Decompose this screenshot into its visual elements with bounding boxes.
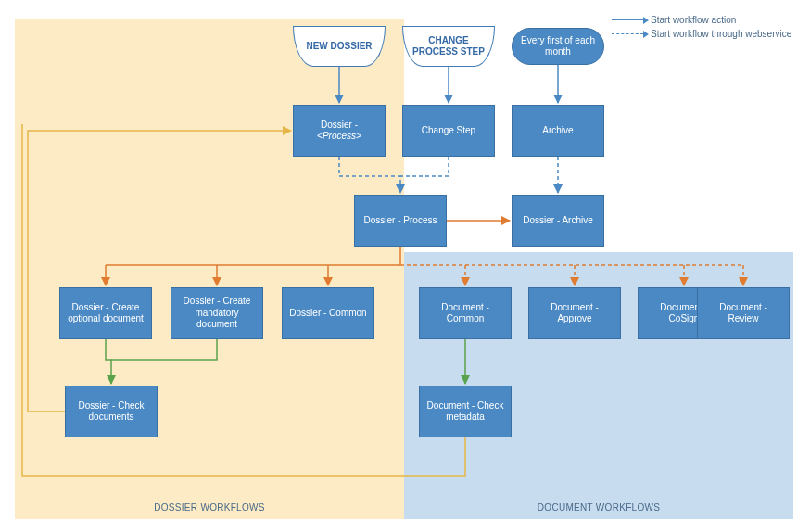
diagram-canvas: DOSSIER WORKFLOWS DOCUMENT WORKFLOWS Sta… — [0, 0, 810, 532]
node-dossier-archive-label: Dossier - Archive — [523, 215, 593, 227]
trigger-change-process-step: CHANGE PROCESS STEP — [402, 26, 495, 67]
node-check-documents-label: Dossier - Check documents — [71, 400, 151, 424]
region-dossier-workflows: DOSSIER WORKFLOWS — [15, 19, 404, 519]
edge-changestep-to-process — [400, 157, 449, 176]
node-create-mandatory-label: Dossier - Create mandatory document — [177, 296, 257, 331]
node-create-optional: Dossier - Create optional document — [59, 287, 152, 339]
node-document-common: Document - Common — [419, 287, 512, 339]
node-check-metadata: Document - Check metadata — [419, 386, 512, 437]
node-document-common-label: Document - Common — [425, 302, 505, 325]
trigger-schedule: Every first of each month — [512, 28, 604, 65]
node-document-approve: Document - Approve — [528, 287, 621, 339]
node-dossier-common: Dossier - Common — [282, 287, 374, 339]
node-dossier-process-label: Dossier - Process — [364, 215, 437, 227]
legend-solid-label: Start workflow action — [651, 15, 736, 25]
node-check-metadata-label: Document - Check metadata — [425, 400, 505, 424]
node-dossier-common-label: Dossier - Common — [289, 308, 366, 320]
trigger-change-step-label: CHANGE PROCESS STEP — [409, 35, 488, 58]
node-archive-label: Archive — [542, 125, 573, 137]
node-check-documents: Dossier - Check documents — [65, 386, 158, 437]
legend-row-solid: Start workflow action — [612, 15, 791, 25]
node-create-mandatory: Dossier - Create mandatory document — [171, 287, 263, 339]
node-dossier-process-template-label: Dossier - <Process> — [299, 120, 379, 143]
node-dossier-process-template: Dossier - <Process> — [293, 105, 386, 157]
region-dossier-label: DOSSIER WORKFLOWS — [16, 502, 403, 513]
node-document-review: Document - Review — [697, 287, 790, 339]
legend-dashed-label: Start workflow through webservice — [651, 29, 791, 39]
node-document-approve-label: Document - Approve — [535, 302, 614, 325]
trigger-schedule-label: Every first of each month — [518, 35, 598, 58]
node-dossier-process: Dossier - Process — [354, 195, 447, 247]
trigger-new-dossier-label: NEW DOSSIER — [306, 41, 372, 53]
legend-dashed-line-icon — [612, 33, 643, 34]
trigger-new-dossier: NEW DOSSIER — [293, 26, 386, 67]
node-create-optional-label: Dossier - Create optional document — [66, 302, 146, 325]
node-archive: Archive — [512, 105, 604, 157]
node-dossier-archive: Dossier - Archive — [512, 195, 604, 247]
legend: Start workflow action Start workflow thr… — [612, 15, 791, 43]
node-change-step: Change Step — [402, 105, 495, 157]
legend-row-dashed: Start workflow through webservice — [612, 29, 791, 39]
region-document-label: DOCUMENT WORKFLOWS — [405, 502, 792, 513]
node-change-step-label: Change Step — [422, 125, 475, 137]
node-document-review-label: Document - Review — [703, 302, 783, 325]
legend-solid-line-icon — [612, 19, 643, 20]
